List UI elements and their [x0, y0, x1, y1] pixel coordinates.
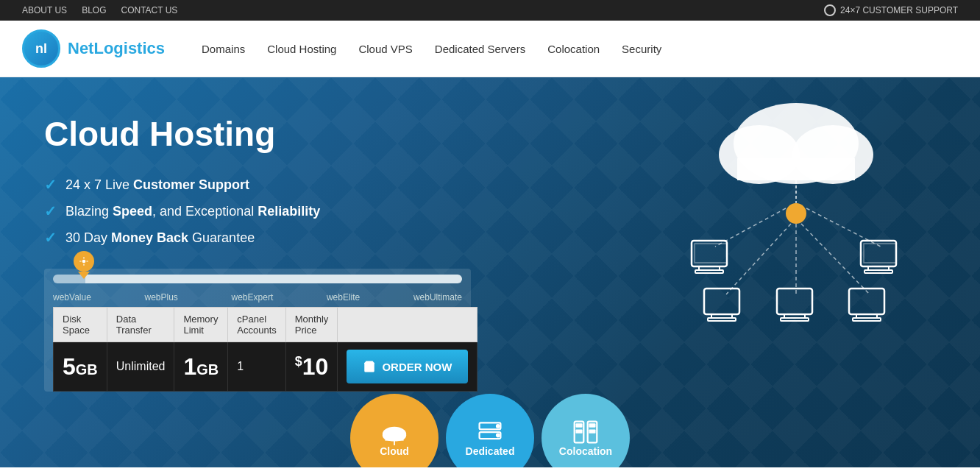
cart-icon — [363, 360, 376, 373]
slider-container: webValue webPlus webExpert webElite webU… — [44, 269, 471, 392]
svg-rect-22 — [777, 289, 812, 314]
memory-cell: 1GB — [174, 342, 228, 392]
svg-line-8 — [726, 224, 791, 294]
tier-webvalue: webValue — [53, 292, 91, 303]
circle-dedicated-label: Dedicated — [466, 445, 515, 457]
svg-rect-19 — [704, 289, 739, 314]
circle-colocation-label: Colocation — [559, 445, 612, 457]
main-nav: Domains Cloud Hosting Cloud VPS Dedicate… — [202, 43, 661, 55]
support-info: 24×7 CUSTOMER SUPPORT — [824, 4, 958, 16]
logo[interactable]: nl NetLogistics — [22, 29, 165, 68]
feature-support: ✓ 24 x 7 Live Customer Support — [44, 176, 471, 194]
col-order — [338, 308, 477, 342]
price-cell: $10 — [285, 342, 338, 392]
circle-colocation[interactable]: Colocation — [542, 394, 630, 467]
cloud-icon — [381, 419, 408, 445]
svg-rect-14 — [695, 244, 727, 263]
pin-circle — [74, 251, 94, 272]
blog-link[interactable]: BLOG — [82, 5, 106, 15]
svg-point-4 — [786, 203, 806, 224]
check-icon-2: ✓ — [44, 202, 57, 220]
pricing-area: webValue webPlus webExpert webElite webU… — [44, 269, 471, 392]
logo-name-regular: Net — [68, 39, 93, 57]
svg-point-39 — [497, 434, 500, 437]
tier-webelite: webElite — [327, 292, 360, 303]
col-memory: Memory Limit — [174, 308, 228, 342]
svg-point-38 — [497, 425, 500, 428]
contact-link[interactable]: CONTACT US — [121, 5, 177, 15]
data-transfer-cell: Unlimited — [107, 342, 174, 392]
hero-section: Cloud Hosting ✓ 24 x 7 Live Customer Sup… — [0, 77, 980, 467]
svg-rect-44 — [589, 423, 596, 427]
tier-webultimate: webUltimate — [413, 292, 462, 303]
check-icon-1: ✓ — [44, 176, 57, 194]
nav-security[interactable]: Security — [622, 43, 661, 55]
table-header-row: Disk Space Data Transfer Memory Limit cP… — [54, 308, 477, 342]
col-disk-space: Disk Space — [54, 308, 107, 342]
logo-text: NetLogistics — [68, 39, 165, 58]
hero-title: Cloud Hosting — [44, 114, 471, 154]
tier-webplus: webPlus — [145, 292, 178, 303]
slider-pin — [74, 251, 96, 277]
svg-rect-27 — [853, 318, 881, 321]
circle-cloud[interactable]: Cloud — [350, 394, 438, 467]
logo-initials: nl — [35, 41, 47, 57]
svg-rect-42 — [576, 423, 583, 427]
disk-space-value: 5 — [63, 353, 76, 380]
pin-tail — [78, 272, 90, 279]
col-price: Monthly Price — [285, 308, 338, 342]
features-list: ✓ 24 x 7 Live Customer Support ✓ Blazing… — [44, 176, 471, 247]
svg-rect-24 — [781, 318, 809, 321]
logo-circle: nl — [22, 29, 60, 68]
price-symbol: $ — [295, 354, 302, 369]
svg-rect-25 — [849, 289, 884, 314]
tier-labels: webValue webPlus webExpert webElite webU… — [53, 289, 462, 305]
about-us-link[interactable]: ABOUT US — [22, 5, 67, 15]
svg-rect-13 — [695, 270, 723, 273]
top-bar: ABOUT US BLOG CONTACT US 24×7 CUSTOMER S… — [0, 0, 980, 21]
header: nl NetLogistics Domains Cloud Hosting Cl… — [0, 21, 980, 77]
price-value: 10 — [302, 353, 329, 380]
bottom-circles: Cloud Dedicated Colocation — [350, 379, 630, 467]
check-icon-3: ✓ — [44, 229, 57, 247]
memory-value: 1 — [183, 353, 196, 380]
svg-point-28 — [82, 260, 86, 263]
disk-space-cell: 5GB — [54, 342, 107, 392]
svg-rect-3 — [737, 158, 855, 180]
nav-colocation[interactable]: Colocation — [547, 43, 600, 55]
cpanel-cell: 1 — [228, 342, 285, 392]
colocation-icon — [572, 419, 599, 445]
tier-webexpert: webExpert — [232, 292, 274, 303]
hero-content: Cloud Hosting ✓ 24 x 7 Live Customer Sup… — [44, 114, 471, 392]
disk-space-unit: GB — [76, 361, 98, 378]
order-button-label: ORDER NOW — [382, 361, 452, 373]
slider-track-wrapper — [53, 275, 462, 289]
nav-dedicated-servers[interactable]: Dedicated Servers — [435, 43, 525, 55]
svg-rect-17 — [864, 270, 892, 273]
svg-rect-43 — [576, 429, 583, 433]
top-bar-links: ABOUT US BLOG CONTACT US — [22, 5, 177, 15]
svg-line-10 — [801, 224, 870, 294]
nav-cloud-vps[interactable]: Cloud VPS — [358, 43, 412, 55]
memory-unit: GB — [196, 361, 219, 378]
globe-icon — [824, 4, 836, 16]
feature-money-back: ✓ 30 Day Money Back Guarantee — [44, 229, 471, 247]
svg-rect-33 — [385, 436, 403, 441]
feature-speed: ✓ Blazing Speed, and Exceptional Reliabi… — [44, 202, 471, 220]
logo-name-bold: Logistics — [93, 39, 165, 57]
circle-dedicated[interactable]: Dedicated — [446, 394, 534, 467]
svg-rect-45 — [589, 429, 596, 433]
svg-rect-21 — [708, 318, 736, 321]
col-cpanel: cPanel Accounts — [228, 308, 285, 342]
col-data-transfer: Data Transfer — [107, 308, 174, 342]
circle-cloud-label: Cloud — [380, 445, 409, 457]
nav-cloud-hosting[interactable]: Cloud Hosting — [267, 43, 336, 55]
plan-slider[interactable] — [53, 275, 462, 283]
nav-domains[interactable]: Domains — [202, 43, 245, 55]
cloud-illustration — [656, 99, 936, 335]
server-icon — [477, 419, 503, 445]
support-text: 24×7 CUSTOMER SUPPORT — [840, 5, 958, 15]
